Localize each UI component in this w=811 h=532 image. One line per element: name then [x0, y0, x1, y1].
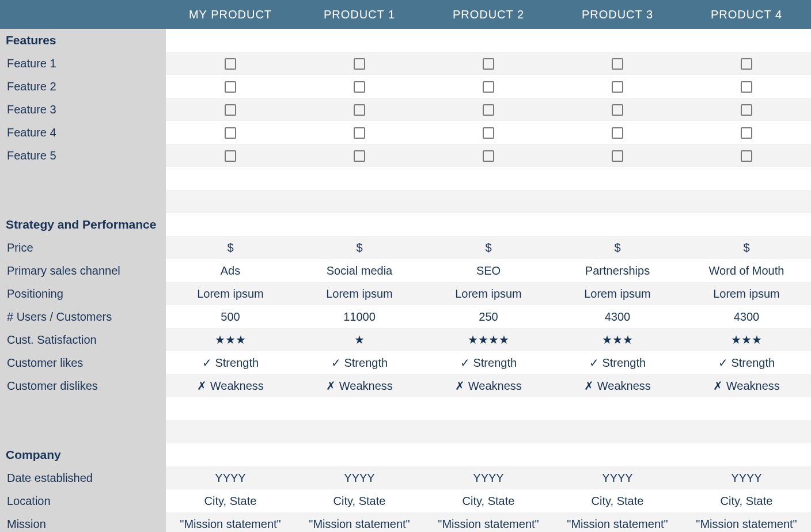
table-cell: ✓ Strength [166, 351, 295, 374]
section-title: Company [0, 443, 166, 466]
section-spacer [682, 213, 811, 236]
checkbox-icon[interactable] [741, 104, 752, 116]
row-label: Feature 4 [0, 121, 166, 144]
row-label: Positioning [0, 282, 166, 305]
table-cell: "Mission statement" [553, 512, 682, 532]
table-cell [295, 98, 424, 121]
table-cell: City, State [166, 489, 295, 512]
table-cell [553, 98, 682, 121]
table-cell: "Mission statement" [682, 512, 811, 532]
checkbox-icon[interactable] [354, 127, 365, 139]
spacer-row [0, 167, 811, 190]
spacer-cell [424, 420, 553, 443]
table-cell: Lorem ipsum [682, 282, 811, 305]
spacer-cell [166, 190, 295, 213]
row-label: Mission [0, 512, 166, 532]
checkbox-icon[interactable] [612, 127, 623, 139]
checkbox-icon[interactable] [483, 58, 494, 70]
section-spacer [553, 443, 682, 466]
section-spacer [553, 29, 682, 52]
table-cell [553, 144, 682, 167]
spacer-cell [295, 190, 424, 213]
table-cell: City, State [295, 489, 424, 512]
checkbox-icon[interactable] [612, 58, 623, 70]
table-cell [682, 121, 811, 144]
table-cell: $ [553, 236, 682, 259]
table-row: Price$$$$$ [0, 236, 811, 259]
table-cell [424, 121, 553, 144]
section-spacer [424, 29, 553, 52]
checkbox-icon[interactable] [483, 127, 494, 139]
checkbox-icon[interactable] [741, 58, 752, 70]
spacer-cell [295, 397, 424, 420]
table-cell [424, 144, 553, 167]
table-cell: ★★★★ [424, 328, 553, 351]
table-cell: ✓ Strength [682, 351, 811, 374]
table-cell [166, 75, 295, 98]
checkbox-icon[interactable] [483, 104, 494, 116]
table-cell: YYYY [295, 466, 424, 489]
checkbox-icon[interactable] [225, 150, 236, 162]
table-cell: ✗ Weakness [682, 374, 811, 397]
table-cell: 4300 [682, 305, 811, 328]
table-cell [166, 98, 295, 121]
table-cell [682, 98, 811, 121]
header-blank [0, 0, 166, 29]
spacer-cell [682, 190, 811, 213]
table-cell: ✗ Weakness [166, 374, 295, 397]
table-cell: YYYY [166, 466, 295, 489]
checkbox-icon[interactable] [225, 81, 236, 93]
table-cell: ✗ Weakness [424, 374, 553, 397]
table-cell: City, State [424, 489, 553, 512]
table-cell: Social media [295, 259, 424, 282]
checkbox-icon[interactable] [741, 150, 752, 162]
table-cell: Lorem ipsum [424, 282, 553, 305]
checkbox-icon[interactable] [225, 127, 236, 139]
table-cell: YYYY [682, 466, 811, 489]
table-cell: City, State [553, 489, 682, 512]
checkbox-icon[interactable] [354, 81, 365, 93]
spacer-cell [682, 420, 811, 443]
table-cell [295, 52, 424, 75]
checkbox-icon[interactable] [612, 104, 623, 116]
table-row: Feature 5 [0, 144, 811, 167]
table-cell: Lorem ipsum [166, 282, 295, 305]
checkbox-icon[interactable] [354, 104, 365, 116]
table-cell: YYYY [553, 466, 682, 489]
table-row: Customer dislikes✗ Weakness✗ Weakness✗ W… [0, 374, 811, 397]
table-cell [553, 75, 682, 98]
table-cell [166, 52, 295, 75]
section-spacer [424, 213, 553, 236]
table-cell: City, State [682, 489, 811, 512]
spacer-cell [295, 167, 424, 190]
table-cell [424, 98, 553, 121]
section-title: Strategy and Performance [0, 213, 166, 236]
row-label: Price [0, 236, 166, 259]
checkbox-icon[interactable] [225, 58, 236, 70]
table-cell: ★★★ [682, 328, 811, 351]
table-cell: ✗ Weakness [295, 374, 424, 397]
spacer-row [0, 190, 811, 213]
checkbox-icon[interactable] [612, 81, 623, 93]
checkbox-icon[interactable] [483, 150, 494, 162]
checkbox-icon[interactable] [225, 104, 236, 116]
checkbox-icon[interactable] [741, 127, 752, 139]
section-spacer [166, 29, 295, 52]
row-label: Feature 2 [0, 75, 166, 98]
table-cell: ★★★ [553, 328, 682, 351]
checkbox-icon[interactable] [741, 81, 752, 93]
checkbox-icon[interactable] [483, 81, 494, 93]
table-cell: "Mission statement" [166, 512, 295, 532]
checkbox-icon[interactable] [612, 150, 623, 162]
checkbox-icon[interactable] [354, 150, 365, 162]
table-cell: ✗ Weakness [553, 374, 682, 397]
column-header: MY PRODUCT [166, 0, 295, 29]
table-row: Mission"Mission statement""Mission state… [0, 512, 811, 532]
checkbox-icon[interactable] [354, 58, 365, 70]
table-cell: $ [682, 236, 811, 259]
spacer-cell [166, 397, 295, 420]
table-row: Feature 4 [0, 121, 811, 144]
spacer-row [0, 397, 811, 420]
column-header: PRODUCT 4 [682, 0, 811, 29]
table-cell [295, 75, 424, 98]
